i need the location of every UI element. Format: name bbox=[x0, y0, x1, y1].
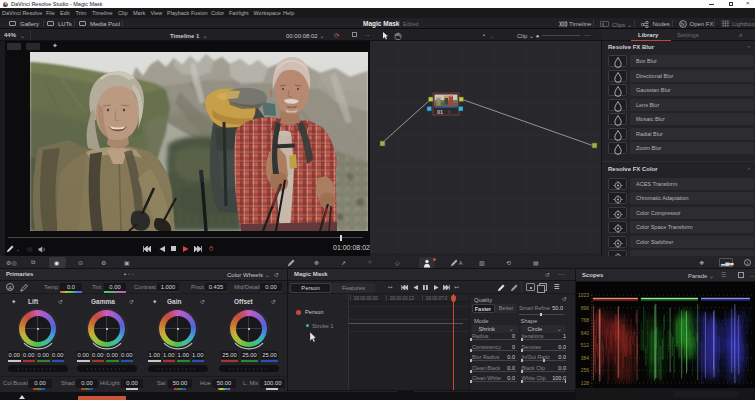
svg-text:896: 896 bbox=[581, 305, 590, 311]
svg-text:1023: 1023 bbox=[578, 292, 589, 298]
svg-text:512: 512 bbox=[581, 342, 590, 348]
svg-text:01: 01 bbox=[437, 109, 443, 115]
svg-text:fx: fx bbox=[680, 21, 685, 27]
svg-text:256: 256 bbox=[581, 367, 590, 373]
svg-text:384: 384 bbox=[581, 355, 590, 361]
svg-text:128: 128 bbox=[581, 380, 590, 386]
svg-text:♘: ♘ bbox=[447, 109, 451, 115]
svg-text:640: 640 bbox=[581, 330, 590, 336]
svg-text:768: 768 bbox=[581, 317, 590, 323]
